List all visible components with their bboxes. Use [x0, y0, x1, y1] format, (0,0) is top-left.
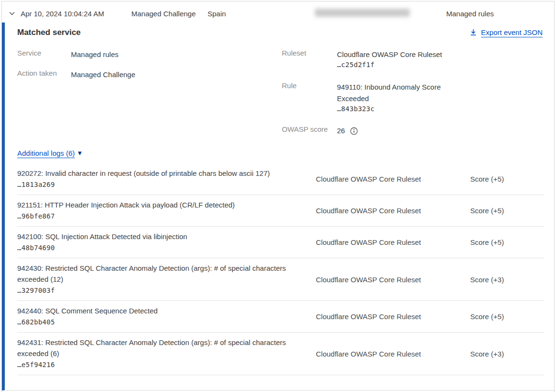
log-ruleset: Cloudflare OWASP Core Ruleset [316, 350, 470, 358]
event-detail-card: Apr 10, 2024 10:04:24 AM Managed Challen… [1, 1, 555, 392]
log-hash: …3297003f [17, 285, 316, 296]
additional-logs-list: 920272: Invalid character in request (ou… [17, 163, 544, 375]
log-score: Score (+3) [470, 350, 544, 358]
log-row: 920272: Invalid character in request (ou… [17, 163, 544, 195]
owasp-score-value: 26 [337, 125, 345, 137]
ruleset-hash: …c25d2f1f [337, 61, 452, 69]
log-hash: …e5f94216 [17, 359, 316, 370]
rule-value: 949110: Inbound Anomaly Score Exceeded …… [337, 81, 452, 113]
redacted-host-value [315, 9, 410, 17]
log-ruleset: Cloudflare OWASP Core Ruleset [316, 238, 470, 246]
event-summary-row[interactable]: Apr 10, 2024 10:04:24 AM Managed Challen… [2, 1, 554, 23]
log-hash: …1813a269 [17, 179, 316, 190]
ruleset-value: Cloudflare OWASP Core Ruleset …c25d2f1f [337, 49, 452, 69]
owasp-score-value-wrap: 26 [337, 125, 358, 137]
log-ruleset: Cloudflare OWASP Core Ruleset [316, 207, 470, 215]
log-row: 942430: Restricted SQL Character Anomaly… [17, 258, 544, 301]
log-score: Score (+5) [470, 207, 544, 215]
event-detail-panel: Matched service Export event JSON Servic… [2, 23, 554, 391]
info-icon[interactable] [350, 127, 358, 135]
service-value: Managed rules [71, 49, 118, 60]
log-row: 942440: SQL Comment Sequence Detected …6… [17, 301, 544, 333]
action-taken-label: Action taken [17, 69, 57, 77]
additional-logs-label: Additional logs (6) [17, 149, 75, 157]
log-title: 920272: Invalid character in request (ou… [17, 168, 300, 179]
log-score: Score (+5) [470, 175, 544, 183]
action-taken-value: Managed Challenge [71, 69, 135, 81]
log-row: 942431: Restricted SQL Character Anomaly… [17, 333, 544, 375]
chevron-down-icon[interactable] [7, 9, 17, 18]
log-hash: …48b74690 [17, 242, 316, 254]
export-event-json-link[interactable]: Export event JSON [469, 28, 543, 36]
rule-name: 949110: Inbound Anomaly Score Exceeded [337, 81, 452, 104]
owasp-score-label: OWASP score [282, 125, 328, 133]
log-title: 942431: Restricted SQL Character Anomaly… [17, 337, 300, 359]
log-score: Score (+3) [470, 276, 544, 284]
event-action: Managed Challenge [131, 10, 196, 18]
log-title: 942430: Restricted SQL Character Anomaly… [17, 263, 300, 285]
rule-label: Rule [282, 81, 297, 90]
log-ruleset: Cloudflare OWASP Core Ruleset [316, 175, 470, 183]
export-event-json-label: Export event JSON [481, 28, 543, 36]
log-title: 942440: SQL Comment Sequence Detected [17, 305, 300, 316]
log-hash: …96bfe867 [17, 211, 316, 222]
event-service: Managed rules [446, 10, 494, 18]
ruleset-label: Ruleset [282, 49, 306, 57]
log-title: 921151: HTTP Header Injection Attack via… [17, 199, 300, 210]
event-country: Spain [208, 10, 226, 18]
additional-logs-toggle[interactable]: Additional logs (6) ▼ [17, 149, 83, 157]
log-ruleset: Cloudflare OWASP Core Ruleset [316, 276, 470, 284]
matched-service-title: Matched service [17, 28, 81, 37]
log-hash: …682bb405 [17, 317, 316, 328]
event-timestamp: Apr 10, 2024 10:04:24 AM [21, 10, 104, 18]
download-icon [469, 28, 477, 36]
log-ruleset: Cloudflare OWASP Core Ruleset [316, 312, 470, 321]
log-row: 942100: SQL Injection Attack Detected vi… [17, 227, 544, 258]
log-row: 921151: HTTP Header Injection Attack via… [17, 195, 544, 227]
log-title: 942100: SQL Injection Attack Detected vi… [17, 231, 300, 242]
rule-hash: …843b323c [337, 105, 452, 113]
log-score: Score (+5) [470, 312, 544, 321]
ruleset-name: Cloudflare OWASP Core Ruleset [337, 49, 452, 60]
log-score: Score (+5) [470, 238, 544, 246]
caret-down-icon: ▼ [77, 150, 83, 156]
service-label: Service [17, 49, 41, 57]
